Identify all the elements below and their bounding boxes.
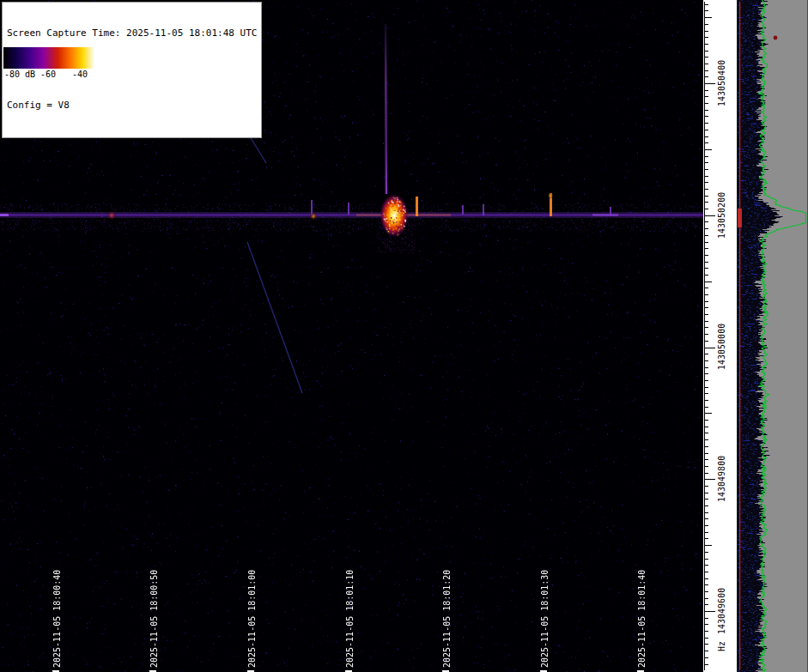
- frequency-tick: [705, 486, 708, 487]
- frequency-tick: [705, 611, 715, 612]
- frequency-tick: [705, 572, 708, 572]
- frequency-axis-line: [704, 2, 705, 670]
- frequency-tick: [705, 657, 708, 658]
- frequency-tick: [705, 578, 708, 579]
- frequency-tick: [705, 275, 708, 275]
- frequency-tick: [705, 433, 708, 433]
- frequency-tick: [705, 142, 708, 143]
- color-scale-legend: -80 dB -60 -40: [3, 47, 94, 80]
- frequency-tick: [705, 110, 708, 111]
- frequency-tick: [705, 413, 712, 414]
- frequency-tick: [705, 321, 708, 322]
- frequency-tick: [705, 162, 708, 163]
- frequency-tick: [705, 76, 708, 77]
- frequency-tick: [705, 123, 708, 124]
- frequency-tick: [705, 525, 708, 526]
- frequency-tick: [705, 604, 708, 605]
- frequency-tick: [705, 262, 708, 263]
- frequency-tick: [705, 651, 708, 651]
- frequency-tick: [705, 532, 708, 533]
- frequency-tick: [705, 10, 708, 11]
- frequency-tick: [705, 400, 708, 401]
- frequency-tick: [705, 341, 708, 342]
- frequency-tick: [705, 518, 708, 519]
- frequency-tick: [705, 420, 708, 421]
- frequency-tick: [705, 116, 708, 117]
- frequency-tick: [705, 156, 708, 157]
- frequency-tick: [705, 301, 708, 302]
- frequency-tick-label: 143049600: [717, 588, 727, 634]
- frequency-tick: [705, 189, 708, 190]
- frequency-tick: [705, 407, 708, 408]
- frequency-tick: [705, 96, 708, 97]
- frequency-tick: [705, 31, 708, 32]
- frequency-tick: [705, 294, 708, 295]
- frequency-tick: [705, 559, 708, 560]
- frequency-tick: [705, 479, 715, 480]
- frequency-tick: [705, 354, 708, 354]
- frequency-tick: [705, 83, 715, 84]
- frequency-tick: [705, 221, 708, 222]
- frequency-tick: [705, 591, 708, 592]
- frequency-tick: [705, 182, 708, 183]
- frequency-tick: [705, 136, 708, 137]
- frequency-tick: [705, 453, 708, 454]
- frequency-tick-label: 143050200: [717, 192, 727, 239]
- frequency-tick-label: 143050000: [717, 324, 727, 370]
- frequency-tick: [705, 90, 708, 91]
- frequency-tick: [705, 4, 708, 5]
- frequency-tick: [705, 552, 708, 553]
- frequency-tick: [705, 176, 708, 177]
- frequency-tick: [705, 103, 708, 104]
- frequency-tick-label: 143050400: [717, 60, 727, 106]
- frequency-tick: [705, 473, 708, 474]
- frequency-tick: [705, 255, 708, 256]
- frequency-tick: [705, 348, 715, 348]
- frequency-tick: [705, 512, 708, 513]
- frequency-tick: [705, 24, 708, 25]
- frequency-unit-label: Hz: [717, 641, 727, 651]
- frequency-tick: [705, 584, 708, 585]
- legend-min-label: -80 dB: [4, 69, 35, 80]
- frequency-tick: [705, 664, 708, 665]
- frequency-tick: [705, 64, 708, 64]
- frequency-tick: [705, 618, 708, 619]
- spectrum-capture-screen: Screen Capture Time: 2025-11-05 18:01:48…: [0, 0, 808, 672]
- frequency-tick: [705, 37, 708, 38]
- frequency-tick: [705, 393, 708, 394]
- frequency-tick: [705, 459, 708, 460]
- frequency-tick: [705, 327, 708, 328]
- frequency-ruler: 1430504001430502001430500001430498001430…: [703, 0, 737, 672]
- frequency-tick: [705, 268, 708, 269]
- legend-mid-label: -60: [40, 69, 56, 80]
- frequency-tick: [705, 130, 708, 130]
- frequency-tick: [705, 209, 708, 209]
- frequency-tick: [705, 169, 708, 170]
- frequency-tick: [705, 598, 708, 599]
- frequency-tick: [705, 44, 708, 45]
- frequency-tick: [705, 373, 708, 374]
- frequency-tick: [705, 334, 708, 335]
- frequency-tick: [705, 624, 708, 625]
- frequency-tick: [705, 387, 708, 388]
- intensity-scale-labels: -80 dB -60 -40: [3, 69, 94, 80]
- frequency-tick: [705, 228, 708, 229]
- frequency-tick: [705, 380, 708, 381]
- live-spectrum-canvas: [737, 0, 808, 672]
- frequency-tick: [705, 493, 708, 493]
- frequency-tick: [705, 307, 708, 308]
- frequency-tick: [705, 196, 708, 197]
- frequency-tick: [705, 360, 708, 361]
- legend-max-label: -40: [72, 69, 88, 80]
- frequency-tick: [705, 644, 708, 645]
- frequency-tick: [705, 235, 708, 236]
- frequency-tick: [705, 202, 708, 203]
- frequency-tick: [705, 248, 708, 249]
- frequency-tick: [705, 17, 712, 18]
- frequency-tick: [705, 545, 712, 546]
- frequency-tick: [705, 51, 708, 51]
- frequency-tick: [705, 149, 712, 150]
- frequency-tick: [705, 446, 708, 447]
- frequency-tick: [705, 638, 708, 639]
- capture-config-text: Config = V8: [7, 100, 257, 112]
